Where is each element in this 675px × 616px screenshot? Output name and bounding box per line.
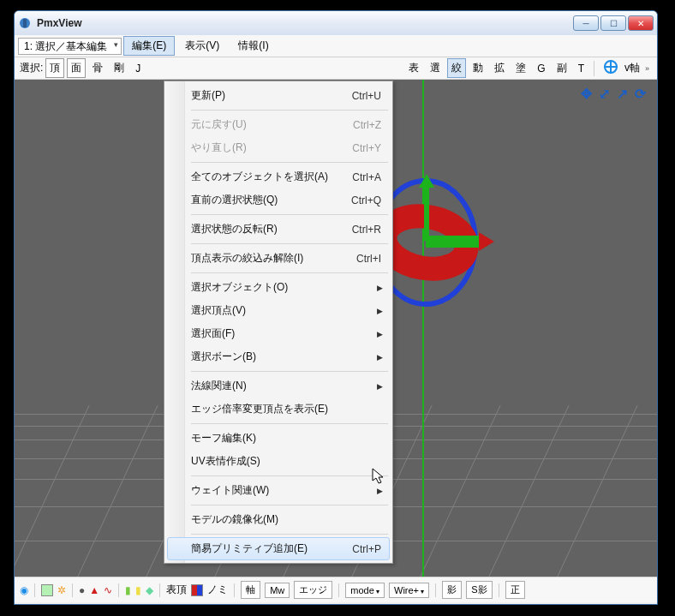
minimize-button[interactable]: ─ [573,15,599,31]
status-dot2-icon[interactable]: ● [79,584,85,596]
status-mw-button[interactable]: Mw [265,583,290,598]
tool-button-6[interactable]: G [533,60,549,77]
tool-button-3[interactable]: 動 [469,58,487,78]
menu-item[interactable]: 選択状態の反転(R)Ctrl+R [167,218,390,241]
tool-button-5[interactable]: 塗 [511,58,530,78]
menu-separator [191,371,388,372]
menu-item[interactable]: エッジ倍率変更頂点を表示(E) [167,398,390,421]
menu-separator [191,475,388,476]
menu-item-shortcut: Ctrl+A [335,171,381,183]
y-axis [422,80,424,577]
menu-item[interactable]: 頂点表示の絞込み解除(I)Ctrl+I [167,247,390,270]
menu-item-label: やり直し(R) [191,141,247,155]
menu-edit[interactable]: 編集(E) [123,36,175,56]
move-xy-tool-icon[interactable]: ⤢ [595,85,612,102]
tool-button-4[interactable]: 拡 [490,58,509,78]
menu-item: 元に戻す(U)Ctrl+Z [167,113,390,136]
grid-line [77,405,158,577]
status-colorpair[interactable] [191,584,203,596]
menu-item[interactable]: 選択面(F)▶ [167,322,390,345]
menu-item-label: ウェイト関連(W) [191,483,269,498]
select-j-button[interactable]: J [131,60,145,77]
tool-button-8[interactable]: T [574,60,588,77]
grid-line [488,405,569,577]
select-face-button[interactable]: 面 [67,58,86,78]
menu-item-label: 選択ボーン(B) [191,350,256,364]
menu-item-shortcut: Ctrl+Y [335,142,381,154]
status-sparkle-icon[interactable]: ✲ [57,584,66,596]
menu-item[interactable]: モーフ編集(K) [167,427,390,450]
status-axis-button[interactable]: 軸 [241,581,260,599]
menu-info[interactable]: 情報(I) [230,36,277,56]
menu-item-label: 簡易プリミティブ追加(E) [191,541,308,556]
status-sshadow-button[interactable]: S影 [466,581,492,599]
menu-item-label: 選択オブジェクト(O) [191,280,288,295]
status-nomi-label[interactable]: ノミ [207,583,228,597]
grid-line [557,405,637,577]
menu-item[interactable]: ウェイト関連(W)▶ [167,479,390,502]
menu-item-shortcut: Ctrl+U [335,90,381,102]
status-bone2-icon[interactable]: ▮ [135,584,141,596]
status-bone-icon[interactable]: ▮ [125,584,131,596]
manipulation-toolbar: ✥ ⤢ ↗ ⟳ [577,85,648,102]
menu-item[interactable]: モデルの鏡像化(M) [167,508,390,531]
menu-view[interactable]: 表示(V) [176,36,228,56]
status-triangle-icon[interactable]: ▲ [89,584,99,596]
axis-globe-button[interactable] [600,57,622,79]
grid-line [15,405,90,577]
select-vertex-button[interactable]: 頂 [45,58,64,78]
status-mode-button[interactable]: mode [345,583,385,598]
rotate-tool-icon[interactable]: ⟳ [631,85,648,102]
submenu-arrow-icon: ▶ [377,487,383,495]
statusbar: ◉ ✲ ● ▲ ∿ ▮ ▮ ◆ 表頂 ノミ 軸 Mw エッジ mode Wire… [15,577,657,602]
menu-item-label: モーフ編集(K) [191,431,256,446]
menu-item[interactable]: 選択オブジェクト(O)▶ [167,276,390,299]
svg-rect-6 [426,236,486,248]
status-ortho-button[interactable]: 正 [505,581,525,599]
menu-item[interactable]: 直前の選択状態(Q)Ctrl+Q [167,188,390,212]
tool-button-2[interactable]: 絞 [447,58,466,78]
menu-item[interactable]: 更新(P)Ctrl+U [167,84,390,107]
menu-separator [191,423,388,424]
mode-select[interactable]: 1: 選択／基本編集 [18,38,122,55]
maximize-button[interactable]: ☐ [600,15,626,31]
menu-item-label: 頂点表示の絞込み解除(I) [191,251,303,266]
status-edge-button[interactable]: エッジ [294,581,332,599]
select-bone-button[interactable]: 骨 [88,58,107,78]
status-shadow-button[interactable]: 影 [442,581,462,599]
toolbar-overflow-icon[interactable]: » [642,64,652,73]
status-wire-button[interactable]: Wire+ [389,583,429,598]
menu-item-label: エッジ倍率変更頂点を表示(E) [191,402,328,416]
menu-item-label: 選択面(F) [191,326,235,341]
submenu-arrow-icon: ▶ [377,353,383,362]
status-dot-icon[interactable]: ◉ [20,584,28,596]
menu-item[interactable]: 簡易プリミティブ追加(E)Ctrl+P [167,537,390,560]
menu-separator [191,534,388,535]
menu-item[interactable]: 全てのオブジェクトを選択(A)Ctrl+A [167,165,390,188]
menu-item-label: 法線関連(N) [191,379,247,393]
menu-item[interactable]: 選択頂点(V)▶ [167,299,390,322]
svg-marker-5 [419,174,434,188]
window-title: PmxView [37,17,573,29]
move-tool-icon[interactable]: ✥ [577,85,594,102]
menu-item[interactable]: UV表情作成(S) [167,450,390,473]
status-color-1[interactable] [41,584,53,596]
tool-button-7[interactable]: 副 [553,58,571,78]
app-window: PmxView ─ ☐ ✕ 1: 選択／基本編集 編集(E) 表示(V) 情報(… [14,10,658,605]
status-bone3-icon[interactable]: ◆ [146,584,153,596]
menu-item[interactable]: 法線関連(N)▶ [167,374,390,398]
tool-button-0[interactable]: 表 [404,58,423,78]
scale-tool-icon[interactable]: ↗ [613,85,630,102]
close-button[interactable]: ✕ [628,15,654,31]
titlebar[interactable]: PmxView ─ ☐ ✕ [15,11,657,35]
menu-item-label: 直前の選択状態(Q) [191,193,278,207]
tool-button-1[interactable]: 選 [426,58,445,78]
menu-item-label: 元に戻す(U) [191,117,247,132]
status-wave-icon[interactable]: ∿ [104,584,112,596]
select-rigid-button[interactable]: 剛 [110,58,128,78]
menubar: 1: 選択／基本編集 編集(E) 表示(V) 情報(I) [15,35,657,57]
submenu-arrow-icon: ▶ [377,284,383,292]
menu-item[interactable]: 選択ボーン(B)▶ [167,345,390,368]
grid-line [420,405,500,577]
status-vertex-label[interactable]: 表頂 [166,583,187,597]
